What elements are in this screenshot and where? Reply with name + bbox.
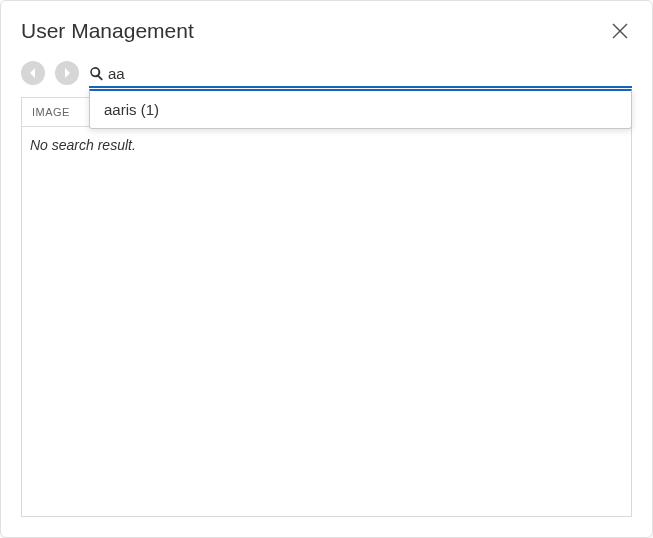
column-header-image: IMAGE [22, 98, 82, 126]
suggestion-item[interactable]: aaris (1) [90, 95, 631, 124]
arrow-right-icon [60, 66, 74, 80]
arrow-left-icon [26, 66, 40, 80]
dialog-title: User Management [21, 19, 194, 43]
title-row: User Management [21, 19, 632, 43]
results-table: IMAGE USERNAME No search result. [21, 97, 632, 517]
nav-forward-button[interactable] [55, 61, 79, 85]
close-icon [610, 21, 630, 41]
search-field-wrap: aaris (1) [89, 63, 632, 84]
nav-back-button[interactable] [21, 61, 45, 85]
toolbar: aaris (1) [21, 61, 632, 85]
search-icon [89, 66, 104, 81]
search-input[interactable] [108, 63, 632, 84]
close-button[interactable] [608, 19, 632, 43]
search-underline [89, 86, 632, 88]
no-result-message: No search result. [22, 127, 631, 163]
search-suggestions: aaris (1) [89, 89, 632, 129]
user-management-dialog: User Management aaris (1) IMAGE USERNAME [0, 0, 653, 538]
